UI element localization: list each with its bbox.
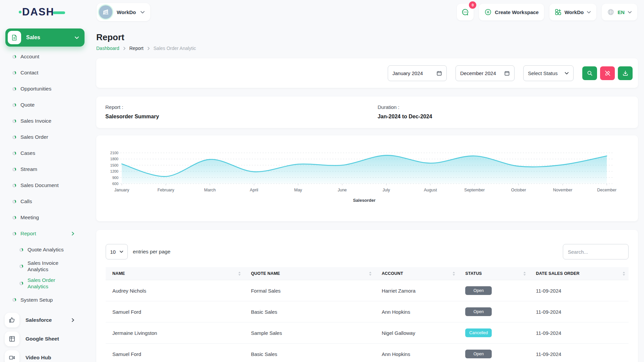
cell-date: 11-09-2024 [529, 301, 629, 322]
sidebar-item-contact[interactable]: Contact [0, 65, 91, 81]
breadcrumb-report[interactable]: Report [129, 46, 144, 51]
to-month-input[interactable] [460, 70, 500, 76]
table-search-input[interactable] [563, 244, 629, 259]
sort-icon [369, 272, 372, 276]
building-icon [102, 8, 109, 16]
sidebar-item-account[interactable]: Account [0, 49, 91, 65]
sheet-icon [5, 331, 19, 346]
svg-text:1200: 1200 [110, 169, 118, 173]
breadcrumb-sales-order-analytic: Sales Order Analytic [154, 46, 196, 51]
report-value: Salesorder Summary [105, 114, 378, 120]
sidebar-item-calls[interactable]: Calls [0, 193, 91, 209]
logo-zone: DASH [0, 6, 91, 18]
bullet-icon [12, 232, 16, 236]
sidebar-app-label: Salesforce [25, 317, 52, 323]
sidebar-subitem-quote-analytics[interactable]: Quote Analytics [0, 242, 91, 258]
summary-card: Report : Salesorder Summary Duration : J… [96, 97, 638, 128]
sort-icon [523, 272, 526, 276]
from-month-field[interactable] [388, 65, 447, 81]
sidebar-app-video-hub[interactable]: Video Hub [0, 348, 91, 362]
svg-text:May: May [294, 188, 302, 192]
table-row: Jermaine LivingstonSample SalesNigel Gal… [106, 322, 629, 344]
cell-account: Nigel Galloway [375, 322, 459, 344]
entries-per-page-value: 10 [110, 249, 116, 255]
workspace-selector[interactable]: WorkDo [97, 3, 150, 21]
svg-text:June: June [338, 188, 347, 192]
sidebar-subitem-sales-invoice-analytics[interactable]: Sales Invoice Analytics [0, 258, 91, 275]
svg-text:November: November [553, 188, 573, 192]
messages-button[interactable]: 0 [457, 4, 474, 20]
bullet-icon [12, 87, 16, 91]
table-controls: 10 entries per page [96, 244, 638, 259]
sidebar-subitem-sales-order-analytics[interactable]: Sales Order Analytics [0, 275, 91, 292]
from-month-input[interactable] [392, 70, 432, 76]
bullet-icon [12, 152, 16, 155]
sidebar-item-sales-order[interactable]: Sales Order [0, 129, 91, 145]
sidebar-item-label: Account [20, 53, 39, 60]
svg-text:July: July [383, 188, 390, 192]
workdo-menu-button[interactable]: WorkDo [549, 4, 596, 20]
svg-text:Salesorder: Salesorder [353, 198, 375, 203]
sidebar-item-quote[interactable]: Quote [0, 97, 91, 113]
bullet-icon [12, 103, 16, 107]
logo-text: DASH [22, 6, 54, 18]
cell-status: Open [459, 344, 529, 362]
to-month-field[interactable] [455, 65, 515, 81]
bullet-icon [19, 248, 23, 252]
sidebar-group-sales[interactable]: Sales [5, 28, 85, 47]
column-header-account[interactable]: ACCOUNT [375, 267, 459, 280]
sidebar-item-label: Quote [20, 102, 35, 108]
table-body: Audrey NicholsFormal SalesHarriet Zamora… [106, 280, 629, 362]
svg-text:January: January [114, 188, 129, 192]
column-header-quote-name[interactable]: QUOTE NAME [244, 267, 375, 280]
cell-quote-name: Basic Sales [244, 344, 375, 362]
bullet-icon [12, 135, 16, 139]
sidebar-item-report[interactable]: Report [0, 226, 91, 242]
sidebar-item-sales-document[interactable]: Sales Document [0, 177, 91, 193]
apply-filter-button[interactable] [582, 66, 597, 80]
calendar-icon [504, 70, 510, 76]
sidebar-item-label: Sales Order [20, 134, 48, 140]
search-icon [587, 70, 593, 76]
chevron-down-icon [119, 250, 123, 253]
language-button[interactable]: EN [602, 4, 637, 20]
cell-account: Ann Hopkins [375, 344, 459, 362]
calendar-icon [436, 70, 442, 76]
status-select-value: Select Status [528, 70, 557, 76]
sidebar-group-label: Sales [26, 35, 40, 41]
chevron-right-icon [71, 318, 74, 322]
column-header-status[interactable]: STATUS [459, 267, 529, 280]
table-row: Audrey NicholsFormal SalesHarriet Zamora… [106, 280, 629, 301]
duration-label: Duration : [378, 104, 629, 110]
sidebar-item-meeting[interactable]: Meeting [0, 209, 91, 226]
breadcrumb-dashboard[interactable]: Dashboard [96, 46, 119, 51]
reset-filter-button[interactable] [600, 66, 615, 80]
chevron-down-icon [565, 72, 569, 75]
sidebar-item-cases[interactable]: Cases [0, 145, 91, 161]
column-header-name[interactable]: NAME [106, 267, 244, 280]
create-workspace-button[interactable]: Create Workspace [479, 4, 544, 20]
status-select[interactable]: Select Status [523, 65, 574, 81]
cell-status: Cancelled [459, 322, 529, 344]
download-icon [622, 70, 629, 76]
download-button[interactable] [618, 66, 633, 80]
sidebar-item-sales-invoice[interactable]: Sales Invoice [0, 113, 91, 129]
page-title: Report [96, 32, 638, 43]
table-row: Samuel FordBasic SalesAnn HopkinsOpen11-… [106, 344, 629, 362]
sort-icon [452, 272, 455, 276]
sidebar-item-system-setup[interactable]: System Setup [0, 292, 91, 308]
sidebar-item-stream[interactable]: Stream [0, 161, 91, 177]
chat-bubble-icon [461, 8, 469, 16]
column-header-date-sales-order[interactable]: DATE SALES ORDER [529, 267, 629, 280]
sidebar-app-google-sheet[interactable]: Google Sheet [0, 329, 91, 348]
svg-text:1800: 1800 [110, 157, 118, 161]
sidebar-app-salesforce[interactable]: Salesforce [0, 311, 91, 329]
cell-name: Samuel Ford [106, 344, 244, 362]
entries-per-page-select[interactable]: 10 [106, 244, 128, 259]
sidebar-item-opportunities[interactable]: Opportunities [0, 81, 91, 97]
svg-text:February: February [157, 188, 174, 192]
sidebar-app-label: Google Sheet [25, 336, 59, 342]
chevron-right-icon [71, 232, 74, 236]
dash-logo[interactable]: DASH [19, 6, 65, 18]
document-icon [8, 31, 21, 44]
